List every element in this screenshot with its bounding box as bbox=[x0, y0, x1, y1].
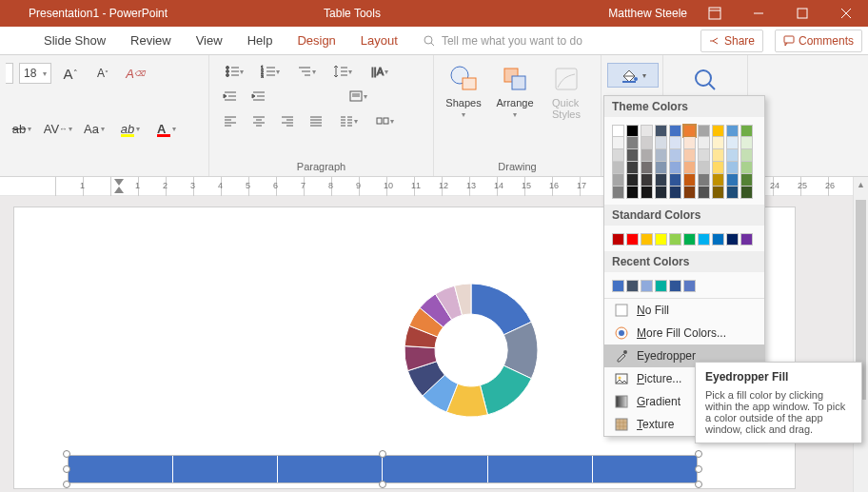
color-swatch[interactable] bbox=[683, 187, 696, 199]
color-swatch[interactable] bbox=[669, 149, 681, 162]
color-swatch[interactable] bbox=[641, 187, 653, 199]
color-swatch[interactable] bbox=[712, 187, 724, 199]
color-swatch[interactable] bbox=[726, 162, 739, 174]
highlight-color-button[interactable]: ab▾ bbox=[114, 119, 147, 140]
color-swatch[interactable] bbox=[712, 162, 724, 174]
bullets-button[interactable]: ▾ bbox=[217, 61, 251, 82]
color-swatch[interactable] bbox=[641, 137, 653, 149]
color-swatch[interactable] bbox=[669, 137, 681, 149]
color-swatch[interactable] bbox=[712, 125, 724, 137]
arrange-button[interactable]: Arrange▾ bbox=[491, 59, 539, 119]
font-size-combo[interactable]: 18▾ bbox=[19, 63, 51, 84]
color-swatch[interactable] bbox=[612, 233, 624, 246]
color-swatch[interactable] bbox=[740, 233, 753, 246]
clear-formatting-button[interactable]: A⌫ bbox=[122, 63, 148, 84]
color-swatch[interactable] bbox=[612, 137, 624, 149]
font-color-button[interactable]: A▾ bbox=[150, 119, 183, 140]
selected-table[interactable] bbox=[68, 455, 698, 483]
resize-handle[interactable] bbox=[379, 481, 386, 488]
tab-slideshow[interactable]: Slide Show bbox=[34, 27, 115, 55]
color-swatch[interactable] bbox=[626, 137, 639, 149]
color-swatch[interactable] bbox=[683, 149, 696, 162]
align-right-button[interactable] bbox=[274, 110, 301, 131]
font-family-combo[interactable] bbox=[6, 63, 13, 84]
color-swatch[interactable] bbox=[655, 280, 667, 292]
find-button[interactable] bbox=[686, 63, 724, 93]
no-fill-item[interactable]: No Fill bbox=[604, 299, 764, 322]
color-swatch[interactable] bbox=[669, 280, 681, 292]
resize-handle[interactable] bbox=[63, 481, 70, 488]
color-swatch[interactable] bbox=[698, 174, 710, 187]
color-swatch[interactable] bbox=[669, 233, 681, 246]
tell-me-search[interactable]: Tell me what you want to do bbox=[423, 34, 582, 48]
list-level-button[interactable]: ▾ bbox=[289, 61, 324, 82]
align-center-button[interactable] bbox=[246, 110, 272, 131]
color-swatch[interactable] bbox=[726, 125, 739, 137]
color-swatch[interactable] bbox=[669, 125, 681, 137]
tab-help[interactable]: Help bbox=[238, 27, 283, 55]
color-swatch[interactable] bbox=[683, 137, 696, 149]
color-swatch[interactable] bbox=[698, 149, 710, 162]
color-swatch[interactable] bbox=[712, 137, 724, 149]
color-swatch[interactable] bbox=[740, 187, 753, 199]
color-swatch[interactable] bbox=[726, 233, 739, 246]
color-swatch[interactable] bbox=[683, 125, 696, 137]
color-swatch[interactable] bbox=[641, 125, 653, 137]
color-swatch[interactable] bbox=[712, 174, 724, 187]
align-left-button[interactable] bbox=[217, 110, 244, 131]
color-swatch[interactable] bbox=[726, 187, 739, 199]
color-swatch[interactable] bbox=[698, 187, 710, 199]
color-swatch[interactable] bbox=[626, 162, 639, 174]
numbering-button[interactable]: 123▾ bbox=[253, 61, 287, 82]
color-swatch[interactable] bbox=[683, 162, 696, 174]
color-swatch[interactable] bbox=[655, 233, 667, 246]
share-button[interactable]: Share bbox=[700, 30, 763, 52]
comments-button[interactable]: Comments bbox=[775, 30, 862, 52]
color-swatch[interactable] bbox=[669, 162, 681, 174]
color-swatch[interactable] bbox=[698, 162, 710, 174]
color-swatch[interactable] bbox=[655, 187, 667, 199]
scroll-up-button[interactable]: ▲ bbox=[854, 177, 868, 192]
color-swatch[interactable] bbox=[641, 174, 653, 187]
color-swatch[interactable] bbox=[726, 174, 739, 187]
color-swatch[interactable] bbox=[683, 233, 696, 246]
color-swatch[interactable] bbox=[712, 233, 724, 246]
resize-handle[interactable] bbox=[63, 465, 70, 473]
color-swatch[interactable] bbox=[726, 137, 739, 149]
color-swatch[interactable] bbox=[698, 233, 710, 246]
smartart-button[interactable]: ▾ bbox=[367, 110, 402, 131]
shape-fill-button[interactable]: ▾ bbox=[607, 63, 659, 88]
justify-button[interactable] bbox=[303, 110, 329, 131]
color-swatch[interactable] bbox=[726, 149, 739, 162]
columns-button[interactable]: ▾ bbox=[331, 110, 365, 131]
color-swatch[interactable] bbox=[683, 174, 696, 187]
change-case-button[interactable]: Aa▾ bbox=[78, 119, 110, 140]
resize-handle[interactable] bbox=[379, 450, 386, 458]
color-swatch[interactable] bbox=[698, 125, 710, 137]
color-swatch[interactable] bbox=[740, 162, 753, 174]
close-button[interactable] bbox=[824, 0, 868, 27]
color-swatch[interactable] bbox=[626, 125, 639, 137]
tab-layout[interactable]: Layout bbox=[351, 27, 407, 55]
color-swatch[interactable] bbox=[655, 137, 667, 149]
donut-chart[interactable] bbox=[390, 269, 552, 431]
resize-handle[interactable] bbox=[63, 450, 70, 458]
color-swatch[interactable] bbox=[655, 174, 667, 187]
restore-button[interactable] bbox=[780, 0, 824, 27]
shrink-font-button[interactable]: A˅ bbox=[89, 63, 116, 84]
vertical-scrollbar[interactable]: ▲ bbox=[853, 177, 868, 492]
color-swatch[interactable] bbox=[712, 149, 724, 162]
color-swatch[interactable] bbox=[626, 187, 639, 199]
color-swatch[interactable] bbox=[612, 162, 624, 174]
minimize-button[interactable] bbox=[737, 0, 780, 27]
resize-handle[interactable] bbox=[695, 450, 702, 458]
color-swatch[interactable] bbox=[612, 174, 624, 187]
color-swatch[interactable] bbox=[612, 280, 624, 292]
color-swatch[interactable] bbox=[626, 280, 639, 292]
text-direction-button[interactable]: ||A▾ bbox=[362, 61, 396, 82]
tab-review[interactable]: Review bbox=[121, 27, 181, 55]
color-swatch[interactable] bbox=[612, 149, 624, 162]
grow-font-button[interactable]: A˄ bbox=[57, 63, 84, 84]
resize-handle[interactable] bbox=[695, 481, 702, 488]
tab-view[interactable]: View bbox=[187, 27, 232, 55]
